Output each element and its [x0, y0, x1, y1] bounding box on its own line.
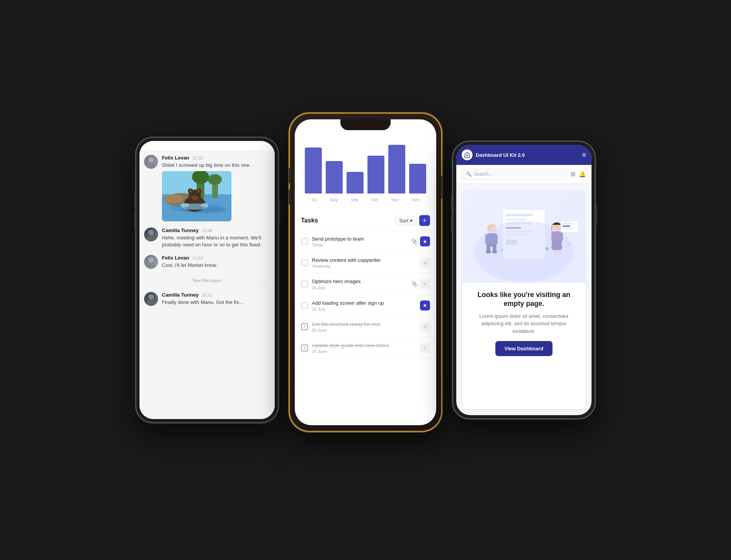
task-checkbox-1[interactable]	[301, 238, 308, 245]
right-phone-screen: Dashboard UI Kit 2.0 ≡ 🔍 Search... ⊞ 🔔	[456, 145, 592, 415]
task-item-3[interactable]: Optimize hero images 16 July 📎 ★	[295, 273, 436, 295]
task-checkbox-5[interactable]	[301, 323, 308, 330]
svg-rect-60	[563, 226, 570, 227]
chat-message-2: Camilla Tunney 11:48 Hehe, meeting with …	[144, 227, 270, 248]
vol-down-button[interactable]	[134, 212, 136, 228]
add-task-button[interactable]: +	[419, 215, 430, 226]
bear-image	[162, 171, 231, 221]
task-actions-1: 📎 ★	[411, 236, 430, 246]
task-checkbox-6[interactable]	[301, 344, 308, 351]
star-button-1[interactable]: ★	[420, 236, 430, 246]
search-placeholder: Search...	[474, 171, 493, 177]
label-dec: Dec	[412, 196, 420, 202]
tasks-header: Tasks Sort ▾ +	[295, 210, 436, 231]
dashboard-header: Dashboard UI Kit 2.0 ≡	[456, 145, 592, 165]
left-phone: Felix Levan 11:32 Shiiet I screwed up bi…	[136, 137, 279, 423]
chart-bar-sep	[347, 139, 364, 193]
task-info-4: Add loading screen after sign up 14 July	[312, 300, 416, 311]
right-side-button[interactable]	[595, 203, 597, 226]
right-phone: Dashboard UI Kit 2.0 ≡ 🔍 Search... ⊞ 🔔	[452, 141, 595, 419]
star-button-4[interactable]: ★	[420, 300, 430, 311]
chart-bar-nov	[388, 139, 405, 193]
chat-message-3: Felix Levan 11:52 Cool, I'll let Market …	[144, 255, 270, 269]
message-body-1: Felix Levan 11:32 Shiiet I screwed up bi…	[162, 155, 270, 221]
avatar-camilla-1	[144, 227, 158, 241]
message-body-2: Camilla Tunney 11:48 Hehe, meeting with …	[162, 227, 270, 248]
task-name-3: Optimize hero images	[312, 278, 407, 285]
avatar-felix-1	[144, 155, 158, 169]
svg-rect-34	[506, 219, 527, 221]
svg-point-24	[148, 230, 154, 235]
grid-icon[interactable]: ⊞	[571, 171, 576, 178]
sort-label: Sort	[399, 218, 408, 224]
task-actions-2: ★	[420, 258, 430, 268]
task-checkbox-2[interactable]	[301, 259, 308, 266]
new-messages-divider: New Messages	[144, 275, 270, 286]
svg-point-7	[208, 174, 222, 185]
chat-message-later: Camilla Tunney 16:31 Finally done with M…	[144, 292, 270, 306]
task-date-1: Today	[312, 243, 407, 247]
task-date-5: 28 June	[312, 328, 416, 333]
task-name-6: Update style guide with new colors	[312, 342, 416, 349]
svg-point-22	[180, 203, 190, 207]
center-side-button[interactable]	[441, 176, 442, 199]
message-body-3: Felix Levan 11:52 Cool, I'll let Market …	[162, 255, 270, 269]
left-phone-screen: Felix Levan 11:32 Shiiet I screwed up bi…	[139, 141, 275, 419]
task-item-6[interactable]: Update style guide with new colors 25 Ju…	[295, 338, 436, 359]
center-vol-up[interactable]	[289, 168, 290, 183]
svg-point-25	[147, 235, 155, 241]
task-actions-3: 📎 ★	[411, 279, 430, 289]
svg-point-28	[148, 294, 154, 300]
star-button-3[interactable]: ★	[420, 279, 430, 289]
message-time-3: 11:52	[192, 256, 203, 260]
sender-name-1: Felix Levan	[162, 155, 189, 161]
tasks-title: Tasks	[301, 217, 318, 224]
chart-bar-aug	[326, 139, 343, 193]
search-icon: 🔍	[466, 171, 472, 177]
task-actions-5: ★	[420, 322, 430, 332]
sort-button[interactable]: Sort ▾	[395, 216, 417, 226]
svg-point-23	[201, 203, 208, 207]
task-name-4: Add loading screen after sign up	[312, 300, 416, 307]
svg-rect-59	[563, 223, 574, 224]
svg-point-9	[164, 194, 183, 204]
task-date-2: Yesterday	[312, 264, 416, 268]
svg-point-29	[147, 300, 155, 306]
right-vol-up[interactable]	[451, 195, 452, 210]
task-checkbox-4[interactable]	[301, 302, 308, 309]
search-actions: ⊞ 🔔	[571, 171, 586, 178]
view-dashboard-button[interactable]: View Dashboard	[495, 341, 553, 356]
bar-jul	[305, 148, 322, 193]
svg-rect-33	[506, 214, 533, 216]
chart-bars	[301, 139, 430, 193]
center-vol-down[interactable]	[289, 189, 290, 205]
vol-up-button[interactable]	[134, 191, 136, 207]
task-item-2[interactable]: Review content with copywriter Yesterday…	[295, 252, 436, 273]
chat-message-1: Felix Levan 11:32 Shiiet I screwed up bi…	[144, 155, 270, 221]
side-button[interactable]	[279, 199, 280, 222]
chart-bar-oct	[367, 139, 384, 193]
task-name-5: Get file structure ready for cms	[312, 321, 416, 328]
star-button-5[interactable]: ★	[420, 322, 430, 332]
bar-aug	[326, 161, 343, 193]
chat-messages: Felix Levan 11:32 Shiiet I screwed up bi…	[139, 150, 275, 311]
menu-icon[interactable]: ≡	[582, 151, 586, 159]
svg-point-17	[197, 190, 201, 193]
svg-point-18	[191, 195, 198, 200]
task-checkbox-3[interactable]	[301, 280, 308, 287]
chart-labels: Jul Aug Sep Oct Nov Dec	[301, 193, 430, 204]
sender-name-later: Camilla Tunney	[162, 292, 199, 298]
label-aug: Aug	[330, 196, 338, 202]
task-item-4[interactable]: Add loading screen after sign up 14 July…	[295, 295, 436, 316]
svg-point-16	[189, 190, 192, 193]
star-button-2[interactable]: ★	[420, 258, 430, 268]
task-item-5[interactable]: Get file structure ready for cms 28 June…	[295, 316, 436, 338]
search-bar: 🔍 Search... ⊞ 🔔	[456, 165, 592, 184]
logo-icon	[462, 149, 473, 160]
right-vol-down[interactable]	[451, 216, 452, 232]
bell-icon[interactable]: 🔔	[579, 171, 586, 178]
star-button-6[interactable]: ★	[420, 343, 430, 353]
task-item-1[interactable]: Send prototype to team Today 📎 ★	[295, 231, 436, 252]
chart-bar-dec	[409, 139, 426, 193]
search-input[interactable]: 🔍 Search...	[462, 169, 568, 180]
